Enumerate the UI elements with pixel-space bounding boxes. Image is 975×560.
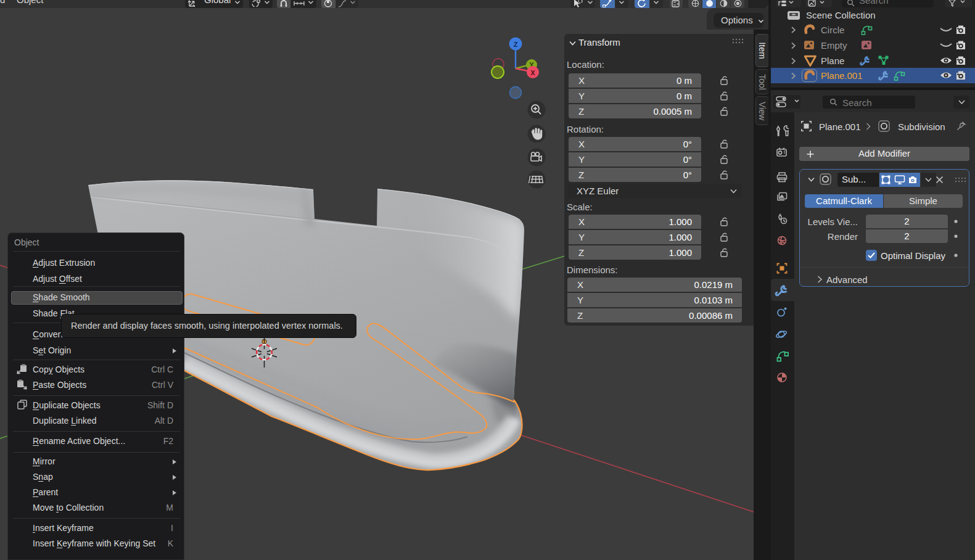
svg-text:X: X: [530, 69, 535, 76]
svg-text:Z: Z: [514, 41, 518, 48]
